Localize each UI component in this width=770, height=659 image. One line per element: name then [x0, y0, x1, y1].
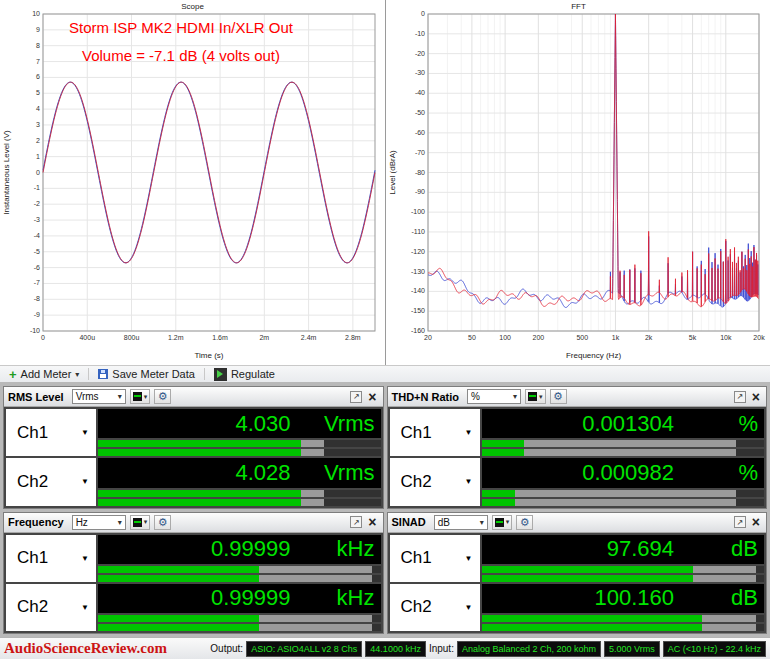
svg-text:-9: -9: [34, 311, 40, 318]
meter-value: 97.694: [488, 536, 675, 562]
level-bars: [482, 440, 765, 456]
svg-text:20: 20: [424, 334, 432, 341]
svg-text:7: 7: [36, 58, 40, 65]
unit-dropdown-value: Vrms: [76, 391, 99, 402]
close-icon[interactable]: ×: [750, 390, 762, 404]
close-icon[interactable]: ×: [750, 515, 762, 529]
svg-text:Level (dBrA): Level (dBrA): [388, 150, 397, 195]
channel-dropdown-icon: ▼: [465, 477, 473, 486]
chevron-down-icon: ▾: [118, 392, 122, 401]
channel-dropdown-icon: ▼: [81, 554, 89, 563]
meter-title: THD+N Ratio: [392, 391, 460, 403]
channel-dropdown-icon: ▼: [465, 428, 473, 437]
svg-text:0: 0: [41, 334, 45, 341]
meter-channel-row: Ch2▼4.028Vrms: [6, 458, 381, 505]
popout-icon[interactable]: ↗: [734, 516, 746, 528]
meter-body: Ch1▼0.99999kHzCh2▼0.99999kHz: [4, 533, 383, 634]
svg-text:2: 2: [36, 137, 40, 144]
meter-value-display: 97.694dB: [482, 535, 765, 564]
channel-selector[interactable]: Ch2▼: [6, 458, 96, 505]
svg-text:0: 0: [421, 10, 425, 17]
channel-readout: 0.99999kHz: [98, 535, 381, 582]
meter-options-icon[interactable]: ▾: [130, 389, 151, 404]
channel-dropdown-icon: ▼: [81, 603, 89, 612]
save-meter-data-button[interactable]: Save Meter Data: [93, 366, 200, 382]
unit-dropdown[interactable]: Vrms ▾: [72, 389, 126, 404]
level-bar: [482, 499, 765, 506]
svg-text:Scope: Scope: [181, 2, 204, 11]
level-bars: [482, 490, 765, 506]
meter-body: Ch1▼4.030VrmsCh2▼4.028Vrms: [4, 407, 383, 508]
svg-text:Frequency (Hz): Frequency (Hz): [566, 351, 621, 360]
level-bar-fill: [482, 615, 702, 622]
unit-dropdown[interactable]: % ▾: [467, 389, 521, 404]
popout-icon[interactable]: ↗: [734, 391, 746, 403]
channel-selector[interactable]: Ch1▼: [390, 535, 480, 582]
channel-selector[interactable]: Ch1▼: [390, 409, 480, 456]
svg-text:2k: 2k: [645, 334, 653, 341]
level-bars: [98, 490, 381, 506]
channel-dropdown-icon: ▼: [81, 428, 89, 437]
channel-selector[interactable]: Ch1▼: [6, 409, 96, 456]
channel-dropdown-icon: ▼: [465, 603, 473, 612]
level-bar: [98, 440, 381, 447]
scope-chart: -10-9-8-7-6-5-4-3-2-10123456789100400u80…: [0, 0, 385, 365]
level-bar-fill: [482, 566, 694, 573]
channel-selector[interactable]: Ch2▼: [390, 458, 480, 505]
meter-options-icon[interactable]: ▾: [525, 389, 546, 404]
settings-gear-icon[interactable]: ⚙: [516, 515, 533, 530]
close-icon[interactable]: ×: [366, 515, 378, 529]
level-bar-fill: [98, 615, 259, 622]
level-bar-fill: [98, 575, 259, 582]
meter-value-display: 0.001304%: [482, 409, 765, 438]
unit-dropdown[interactable]: Hz ▾: [72, 515, 126, 530]
svg-text:-3: -3: [34, 216, 40, 223]
settings-gear-icon[interactable]: ⚙: [154, 389, 171, 404]
channel-selector[interactable]: Ch2▼: [6, 584, 96, 631]
ap-measurement-window: -10-9-8-7-6-5-4-3-2-10123456789100400u80…: [0, 0, 770, 659]
meter-body: Ch1▼0.001304%Ch2▼0.000982%: [388, 407, 767, 508]
meter-unit: %: [674, 411, 758, 437]
channel-selector[interactable]: Ch1▼: [6, 535, 96, 582]
regulate-button[interactable]: Regulate: [209, 366, 280, 382]
meter-options-icon[interactable]: ▾: [130, 515, 151, 530]
chevron-down-icon: ▾: [480, 518, 484, 527]
meter-body: Ch1▼97.694dBCh2▼100.160dB: [388, 533, 767, 634]
level-bar-fill: [482, 575, 694, 582]
fft-panel: -160-150-140-130-120-110-100-90-80-70-60…: [385, 0, 770, 365]
unit-dropdown[interactable]: dB ▾: [434, 515, 488, 530]
unit-dropdown-value: %: [471, 391, 480, 402]
meter-channel-row: Ch2▼0.000982%: [390, 458, 765, 505]
level-bar: [482, 440, 765, 447]
channel-selector[interactable]: Ch2▼: [390, 584, 480, 631]
regulate-label: Regulate: [231, 368, 275, 380]
add-meter-button[interactable]: + Add Meter ▾: [4, 366, 84, 382]
level-bar: [482, 449, 765, 456]
channel-dropdown-icon: ▼: [465, 554, 473, 563]
meter-value: 0.99999: [104, 536, 291, 562]
meter-channel-row: Ch1▼0.001304%: [390, 409, 765, 456]
settings-gear-icon[interactable]: ⚙: [550, 389, 567, 404]
output-device-badge: ASIO: ASIO4ALL v2 8 Chs: [246, 641, 362, 657]
meter-unit: kHz: [291, 585, 375, 611]
svg-text:-10: -10: [415, 30, 425, 37]
meter-header: Frequency Hz ▾ ▾ ⚙ ↗ ×: [4, 513, 383, 533]
meter-toolbar: + Add Meter ▾ Save Meter Data Regulate: [0, 365, 770, 383]
popout-icon[interactable]: ↗: [350, 516, 362, 528]
meter-options-icon[interactable]: ▾: [492, 515, 513, 530]
channel-dropdown-icon: ▼: [81, 477, 89, 486]
chevron-down-icon: ▾: [513, 392, 517, 401]
level-bars: [482, 615, 765, 631]
channel-name: Ch1: [401, 548, 432, 568]
level-bar-fill: [482, 624, 702, 631]
settings-gear-icon[interactable]: ⚙: [154, 515, 171, 530]
meter-value: 0.99999: [104, 585, 291, 611]
channel-readout: 0.000982%: [482, 458, 765, 505]
meter-unit: dB: [674, 585, 758, 611]
popout-icon[interactable]: ↗: [350, 391, 362, 403]
meter-channel-row: Ch1▼97.694dB: [390, 535, 765, 582]
plus-icon: +: [9, 368, 17, 381]
level-bar-range: [482, 490, 736, 497]
add-meter-label: Add Meter: [21, 368, 72, 380]
close-icon[interactable]: ×: [366, 390, 378, 404]
